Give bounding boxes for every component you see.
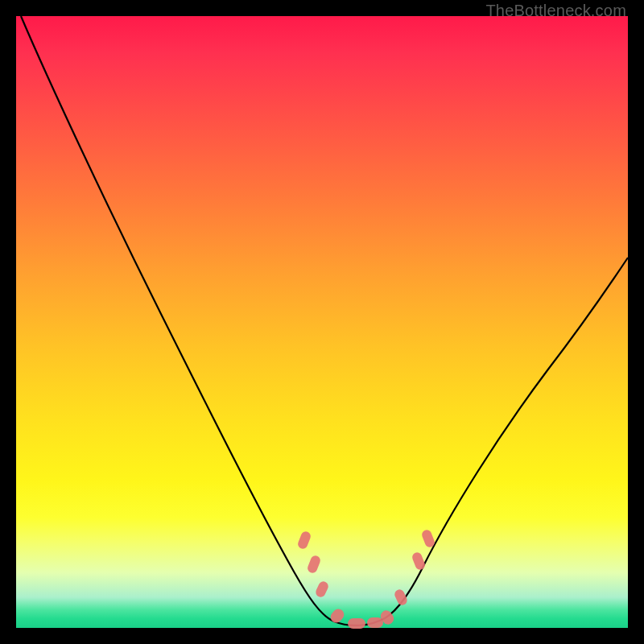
curve-layer	[16, 16, 628, 628]
marker	[314, 580, 329, 598]
marker	[367, 617, 383, 628]
marker	[296, 530, 312, 551]
marker	[328, 607, 346, 625]
bottleneck-curve	[21, 16, 628, 625]
markers-group	[296, 529, 436, 629]
marker	[411, 551, 426, 572]
marker	[348, 618, 365, 629]
watermark-text: TheBottleneck.com	[485, 2, 626, 20]
marker	[306, 555, 321, 575]
chart-frame: TheBottleneck.com	[0, 0, 644, 644]
